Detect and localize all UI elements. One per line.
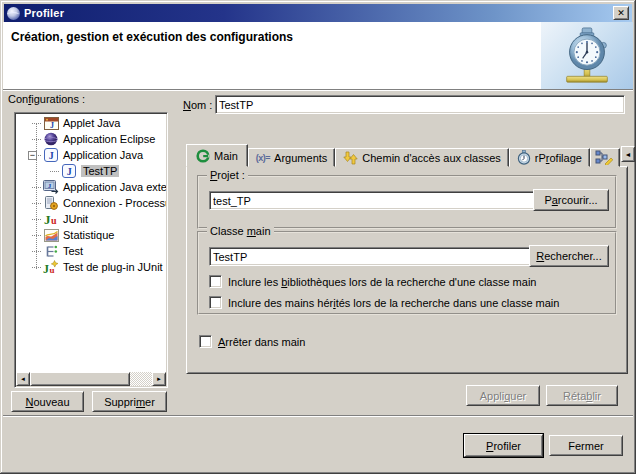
nom-label: Nom : xyxy=(183,99,212,111)
projet-group: Projet : Parcourir... xyxy=(197,175,617,229)
classe-main-group-label: Classe main xyxy=(207,225,274,237)
parcourir-button[interactable]: Parcourir... xyxy=(533,189,609,211)
tree-item-label: Connexion - Processus J xyxy=(63,197,166,209)
tab-strip: Main (x)= Arguments Chemin d'accès aux c… xyxy=(186,144,628,167)
scroll-right-icon[interactable]: ► xyxy=(152,372,166,386)
button-bar-separator xyxy=(3,415,633,417)
svg-text:J: J xyxy=(44,212,51,226)
header-banner: Création, gestion et exécution des confi… xyxy=(3,22,633,89)
header-title: Création, gestion et exécution des confi… xyxy=(11,30,293,44)
tab-main[interactable]: Main xyxy=(186,144,248,167)
tree-item-application-eclipse[interactable]: Application Eclipse xyxy=(16,131,166,147)
tab-commun-partial[interactable] xyxy=(590,148,620,167)
scrollbar-thumb[interactable] xyxy=(30,372,130,386)
profiler-dialog: Profiler ✕ Création, gestion et exécutio… xyxy=(0,0,636,474)
tree-item-test-plugin-junit[interactable]: Ju Test de plug-in JUnit xyxy=(16,259,166,275)
tree-item-label: Applet Java xyxy=(63,117,120,129)
window-title: Profiler xyxy=(24,7,64,19)
process-attach-icon xyxy=(43,196,59,210)
arguments-icon: (x)= xyxy=(256,153,270,163)
classe-main-input[interactable] xyxy=(209,247,537,266)
tree-item-statistique[interactable]: Statistique xyxy=(16,227,166,243)
nom-input[interactable] xyxy=(215,95,625,114)
tab-label-text: Profilage xyxy=(538,152,581,164)
tree-list: J Applet Java Application Eclipse − J Ap… xyxy=(16,115,166,371)
projet-group-label: Projet : xyxy=(207,169,248,181)
tab-label: Chemin d'accès aux classes xyxy=(362,152,500,164)
tree-item-testtp[interactable]: J TestTP xyxy=(16,163,166,179)
stop-in-main-row: Arrêter dans main xyxy=(199,335,305,348)
statistics-chart-icon xyxy=(43,228,59,242)
scroll-left-icon[interactable]: ◄ xyxy=(16,372,30,386)
nouveau-button[interactable]: Nouveau xyxy=(11,391,84,412)
stop-in-main-label: Arrêter dans main xyxy=(218,336,305,348)
banner-art xyxy=(541,22,633,89)
junit-icon: Ju xyxy=(43,212,59,226)
tree-item-application-java[interactable]: − J Application Java xyxy=(16,147,166,163)
tree-item-test[interactable]: Test xyxy=(16,243,166,259)
java-application-icon: J xyxy=(43,148,59,162)
tab-label: Arguments xyxy=(274,152,327,164)
tree-item-label-selected: TestTP xyxy=(81,165,119,177)
test-element-icon xyxy=(43,244,59,258)
svg-text:u: u xyxy=(51,215,57,226)
projet-input[interactable] xyxy=(209,191,537,210)
close-button[interactable]: ✕ xyxy=(613,6,629,20)
tree-item-label: Application Java externe xyxy=(63,181,166,193)
main-tab-panel: Projet : Parcourir... Classe main Recher… xyxy=(186,166,628,374)
fermer-button[interactable]: Fermer xyxy=(549,435,623,456)
run-icon xyxy=(196,149,210,163)
tree-item-application-java-externe[interactable]: J Application Java externe xyxy=(16,179,166,195)
external-java-application-icon: J xyxy=(43,180,59,194)
tree-item-junit[interactable]: Ju JUnit xyxy=(16,211,166,227)
svg-text:u: u xyxy=(50,265,55,275)
stop-in-main-checkbox[interactable] xyxy=(199,335,212,348)
junit-plugin-icon: Ju xyxy=(43,260,59,274)
tree-item-label: Test xyxy=(63,245,83,257)
tab-scroll-left-icon[interactable]: ◄ xyxy=(621,146,635,162)
appliquer-button[interactable]: Appliquer xyxy=(466,385,540,406)
stopwatch-icon xyxy=(559,26,615,86)
tree-item-label: JUnit xyxy=(63,213,88,225)
tab-profilage[interactable]: r Profilage xyxy=(509,148,590,167)
include-inherited-mains-label: Inclure des mains hérités lors de la rec… xyxy=(228,297,559,309)
scrollbar-track[interactable] xyxy=(130,372,152,386)
collapse-icon[interactable]: − xyxy=(28,151,37,160)
classpath-icon xyxy=(343,151,358,165)
supprimer-button[interactable]: Supprimer xyxy=(92,391,167,412)
include-libraries-checkbox[interactable] xyxy=(209,275,222,288)
title-bar: Profiler ✕ xyxy=(4,4,632,22)
tree-item-label: Application Java xyxy=(63,149,143,161)
header-divider xyxy=(3,89,633,91)
tree-horizontal-scrollbar[interactable]: ◄ ► xyxy=(16,372,166,386)
classe-main-group: Classe main Rechercher... Inclure les bi… xyxy=(197,231,617,315)
svg-text:J: J xyxy=(48,182,52,190)
retablir-button[interactable]: Rétablir xyxy=(546,385,618,406)
close-icon: ✕ xyxy=(617,9,625,18)
profiler-button[interactable]: Profiler xyxy=(464,434,543,457)
include-inherited-mains-checkbox[interactable] xyxy=(209,296,222,309)
include-libraries-row: Inclure les bibliothèques lors de la rec… xyxy=(209,275,536,288)
eclipse-app-icon xyxy=(7,7,20,20)
svg-text:J: J xyxy=(43,262,49,275)
tree-item-applet-java[interactable]: J Applet Java xyxy=(16,115,166,131)
tab-label: Main xyxy=(214,150,238,162)
profiler-default-ring: Profiler xyxy=(463,433,544,458)
rechercher-button[interactable]: Rechercher... xyxy=(529,245,609,267)
eclipse-sphere-icon xyxy=(43,132,59,146)
svg-text:J: J xyxy=(67,166,72,177)
java-application-icon: J xyxy=(61,164,77,178)
tree-item-label: Statistique xyxy=(63,229,114,241)
svg-text:J: J xyxy=(50,121,54,130)
tree-item-label: Application Eclipse xyxy=(63,133,155,145)
applet-java-icon: J xyxy=(43,116,59,130)
common-tab-icon xyxy=(595,150,613,165)
include-inherited-mains-row: Inclure des mains hérités lors de la rec… xyxy=(209,296,559,309)
tab-chemin-acces-classes[interactable]: Chemin d'accès aux classes xyxy=(335,148,508,167)
configurations-tree: J Applet Java Application Eclipse − J Ap… xyxy=(14,112,168,388)
svg-text:J: J xyxy=(49,150,54,161)
configurations-label: Configurations : xyxy=(8,93,85,105)
tree-item-connexion-processus[interactable]: Connexion - Processus J xyxy=(16,195,166,211)
tree-item-label: Test de plug-in JUnit xyxy=(63,261,163,273)
tab-arguments[interactable]: (x)= Arguments xyxy=(248,148,335,167)
